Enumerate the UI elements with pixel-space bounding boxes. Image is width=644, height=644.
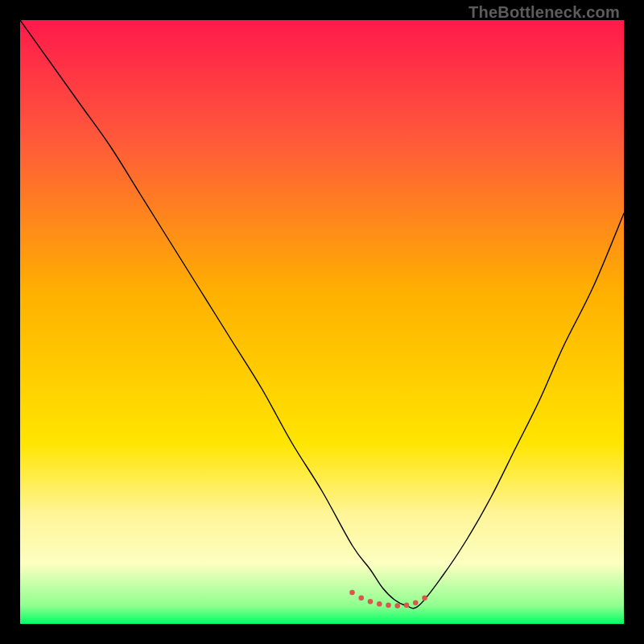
optimal-marker <box>368 599 374 605</box>
chart-frame: TheBottleneck.com <box>0 0 644 644</box>
gradient-background <box>20 20 624 624</box>
optimal-marker <box>394 603 400 609</box>
watermark-label: TheBottleneck.com <box>469 3 620 22</box>
optimal-marker <box>377 601 382 607</box>
optimal-marker <box>349 590 355 596</box>
optimal-marker <box>404 602 410 608</box>
chart-plot <box>20 20 624 624</box>
optimal-marker <box>413 600 419 605</box>
optimal-marker <box>358 595 364 601</box>
optimal-marker <box>386 602 391 608</box>
optimal-marker <box>422 595 427 601</box>
